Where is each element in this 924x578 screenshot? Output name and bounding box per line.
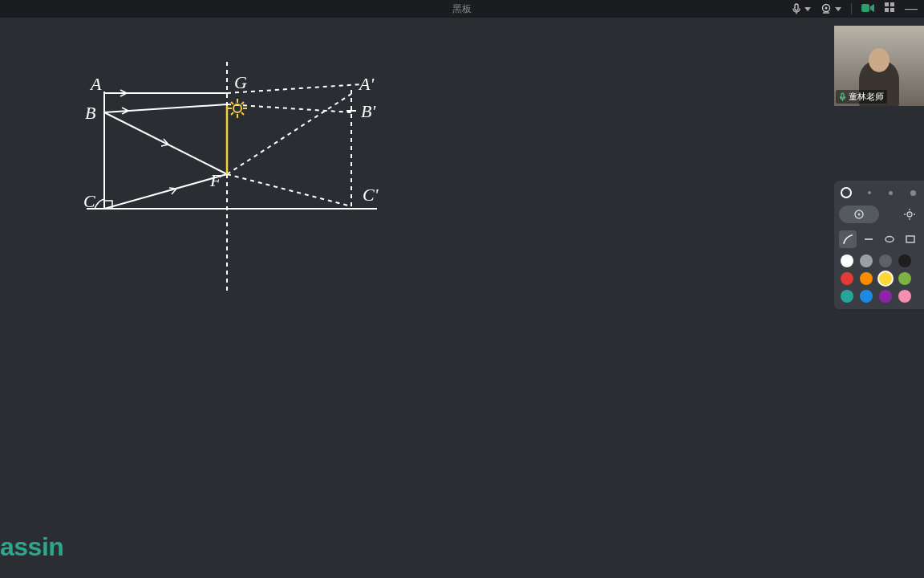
record-button[interactable] xyxy=(839,206,879,223)
color-row-3 xyxy=(839,290,919,303)
titlebar-controls: — xyxy=(792,2,918,16)
color-purple[interactable] xyxy=(879,290,892,303)
minus-icon[interactable]: — xyxy=(905,2,918,15)
ellipse-tool[interactable] xyxy=(881,230,898,248)
color-red[interactable] xyxy=(841,272,853,285)
svg-rect-5 xyxy=(885,8,889,12)
video-head xyxy=(869,48,890,72)
color-grey[interactable] xyxy=(860,254,873,267)
target-button[interactable] xyxy=(900,205,919,224)
stroke-size-m[interactable] xyxy=(889,191,893,195)
color-pink[interactable] xyxy=(898,290,911,303)
color-blue[interactable] xyxy=(860,290,873,303)
cam-control[interactable] xyxy=(821,3,841,14)
color-teal[interactable] xyxy=(841,290,853,303)
blackboard-canvas[interactable] xyxy=(0,18,924,578)
color-darkgrey[interactable] xyxy=(879,254,892,267)
chevron-down-icon xyxy=(835,7,841,11)
webcam-icon xyxy=(821,3,832,14)
line-tool[interactable] xyxy=(860,230,877,248)
grid-icon[interactable] xyxy=(884,2,895,16)
laser-row xyxy=(839,205,919,224)
pen-tool[interactable] xyxy=(839,230,857,248)
participant-video[interactable]: 童林老师 xyxy=(834,26,924,106)
mic-active-icon xyxy=(839,92,846,101)
mic-icon xyxy=(792,3,801,14)
window-title: 黑板 xyxy=(452,2,472,16)
divider xyxy=(851,3,852,14)
stroke-size-slider[interactable] xyxy=(839,187,919,198)
titlebar: 黑板 — xyxy=(0,0,924,18)
video-icon[interactable] xyxy=(861,2,874,16)
color-orange[interactable] xyxy=(860,272,873,285)
shape-tools-row xyxy=(839,230,919,248)
color-white[interactable] xyxy=(841,254,853,267)
svg-rect-6 xyxy=(890,8,894,12)
chevron-down-icon xyxy=(804,7,811,11)
svg-point-1 xyxy=(825,7,828,10)
video-label: 童林老师 xyxy=(836,90,887,104)
stroke-size-s[interactable] xyxy=(868,191,871,194)
color-yellow[interactable] xyxy=(879,272,892,285)
participant-name: 童林老师 xyxy=(849,91,884,103)
rect-tool[interactable] xyxy=(902,230,919,248)
svg-rect-4 xyxy=(890,2,894,6)
color-green[interactable] xyxy=(898,272,911,285)
stroke-size-l[interactable] xyxy=(910,190,916,196)
color-black[interactable] xyxy=(898,254,911,267)
drawing-toolbox xyxy=(834,181,924,309)
svg-point-41 xyxy=(909,214,910,215)
color-row-1 xyxy=(839,254,919,267)
svg-rect-48 xyxy=(906,236,914,242)
svg-rect-2 xyxy=(861,4,869,12)
mic-control[interactable] xyxy=(792,3,811,14)
brand-watermark: assin xyxy=(0,532,63,562)
svg-rect-3 xyxy=(885,2,889,6)
svg-point-39 xyxy=(858,214,861,216)
color-row-2 xyxy=(839,272,919,285)
svg-point-47 xyxy=(886,237,894,242)
